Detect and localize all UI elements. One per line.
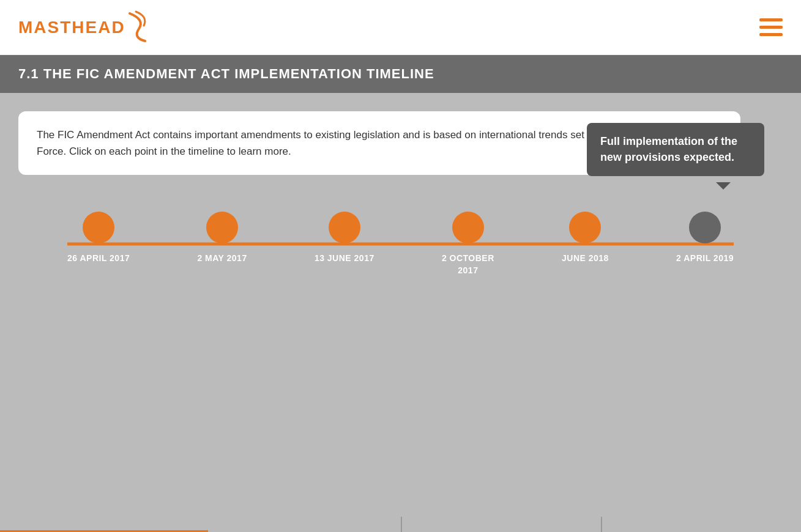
timeline-area: Full implementation of the new provision… (18, 212, 783, 276)
timeline-dot-0[interactable] (83, 212, 114, 243)
timeline-point-3[interactable]: 2 OCTOBER 2017 (442, 212, 494, 276)
menu-button[interactable] (759, 18, 783, 36)
hamburger-line-3 (759, 33, 783, 36)
section-title-bar: 7.1 THE FIC AMENDMENT ACT IMPLEMENTATION… (0, 55, 801, 93)
timeline-dot-5[interactable] (689, 212, 721, 243)
timeline-point-2[interactable]: 13 JUNE 2017 (315, 212, 374, 276)
timeline-label-2: 13 JUNE 2017 (315, 253, 374, 265)
timeline-dot-2[interactable] (329, 212, 360, 243)
timeline-point-4[interactable]: JUNE 2018 (562, 212, 609, 276)
bottom-bar (0, 501, 801, 532)
timeline-point-1[interactable]: 2 MAY 2017 (197, 212, 247, 276)
timeline-points: 26 APRIL 20172 MAY 201713 JUNE 20172 OCT… (18, 212, 783, 276)
timeline-label-4: JUNE 2018 (562, 253, 609, 265)
tooltip-text: Full implementation of the new provision… (600, 135, 737, 163)
timeline-point-5[interactable]: 2 APRIL 2019 (676, 212, 734, 276)
timeline-label-5: 2 APRIL 2019 (676, 253, 734, 265)
bottom-divider-1 (401, 517, 402, 532)
main-content: The FIC Amendment Act contains important… (0, 93, 801, 501)
timeline-label-0: 26 APRIL 2017 (67, 253, 130, 265)
logo-text: MASTHEAD (18, 18, 125, 37)
timeline-label-1: 2 MAY 2017 (197, 253, 247, 265)
timeline-line: 26 APRIL 20172 MAY 201713 JUNE 20172 OCT… (18, 212, 783, 276)
tooltip-box: Full implementation of the new provision… (587, 123, 764, 175)
timeline-point-0[interactable]: 26 APRIL 2017 (67, 212, 130, 276)
timeline-dot-1[interactable] (206, 212, 238, 243)
timeline-dot-4[interactable] (569, 212, 601, 243)
logo: MASTHEAD (18, 10, 151, 44)
timeline-dot-3[interactable] (452, 212, 484, 243)
bottom-divider-2 (601, 517, 602, 532)
hamburger-line-1 (759, 18, 783, 21)
section-title: 7.1 THE FIC AMENDMENT ACT IMPLEMENTATION… (18, 66, 783, 82)
header: MASTHEAD (0, 0, 801, 55)
hamburger-line-2 (759, 26, 783, 29)
logo-swoosh-icon (127, 10, 151, 44)
timeline-label-3: 2 OCTOBER 2017 (442, 253, 494, 276)
